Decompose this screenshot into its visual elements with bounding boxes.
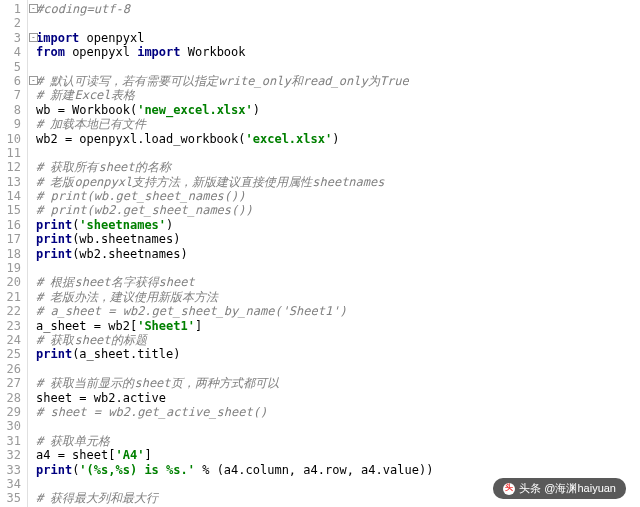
- token-id: sheet = wb2.active: [36, 391, 166, 405]
- code-line[interactable]: print(a_sheet.title): [36, 347, 640, 361]
- fold-toggle-icon[interactable]: -: [29, 33, 38, 42]
- line-number: 21: [4, 290, 21, 304]
- code-line[interactable]: a_sheet = wb2['Sheet1']: [36, 319, 640, 333]
- token-cm: # 获取当前显示的sheet页，两种方式都可以: [36, 376, 279, 390]
- token-cm: # print(wb2.get_sheet_names()): [36, 203, 253, 217]
- code-line[interactable]: [36, 261, 640, 275]
- token-cm: # 获取sheet的标题: [36, 333, 147, 347]
- line-number: 29: [4, 405, 21, 419]
- token-str: '(%s,%s) is %s.': [79, 463, 195, 477]
- code-line[interactable]: # 加载本地已有文件: [36, 117, 640, 131]
- token-id: (wb2.sheetnames): [72, 247, 188, 261]
- token-id: ]: [144, 448, 151, 462]
- token-kw: print: [36, 232, 72, 246]
- token-kw: import: [137, 45, 180, 59]
- line-number: 8: [4, 103, 21, 117]
- line-number: 3: [4, 31, 21, 45]
- code-area[interactable]: -#coding=utf-8-import openpyxlfrom openp…: [28, 0, 640, 507]
- line-number-gutter: 1234567891011121314151617181920212223242…: [0, 0, 28, 507]
- line-number: 14: [4, 189, 21, 203]
- watermark-badge: 头条 @海渊haiyuan: [493, 478, 626, 499]
- code-editor: 1234567891011121314151617181920212223242…: [0, 0, 640, 507]
- code-line[interactable]: wb2 = openpyxl.load_workbook('excel.xlsx…: [36, 132, 640, 146]
- token-cm: # 根据sheet名字获得sheet: [36, 275, 195, 289]
- token-kw: print: [36, 347, 72, 361]
- code-line[interactable]: [36, 16, 640, 30]
- line-number: 30: [4, 419, 21, 433]
- line-number: 12: [4, 160, 21, 174]
- code-line[interactable]: print('(%s,%s) is %s.' % (a4.column, a4.…: [36, 463, 640, 477]
- token-id: ): [332, 132, 339, 146]
- line-number: 27: [4, 376, 21, 390]
- token-str: 'excel.xlsx': [246, 132, 333, 146]
- code-line[interactable]: -# 默认可读写，若有需要可以指定write_only和read_only为Tr…: [36, 74, 640, 88]
- token-cm: # print(wb.get_sheet_names()): [36, 189, 246, 203]
- token-cm: # 获取单元格: [36, 434, 110, 448]
- line-number: 9: [4, 117, 21, 131]
- token-str: 'sheetnames': [79, 218, 166, 232]
- code-line[interactable]: sheet = wb2.active: [36, 391, 640, 405]
- code-line[interactable]: # print(wb2.get_sheet_names()): [36, 203, 640, 217]
- line-number: 33: [4, 463, 21, 477]
- code-line[interactable]: from openpyxl import Workbook: [36, 45, 640, 59]
- code-line[interactable]: print('sheetnames'): [36, 218, 640, 232]
- token-cm: # a_sheet = wb2.get_sheet_by_name('Sheet…: [36, 304, 347, 318]
- line-number: 2: [4, 16, 21, 30]
- code-line[interactable]: print(wb2.sheetnames): [36, 247, 640, 261]
- token-cm: # 老版办法，建议使用新版本方法: [36, 290, 218, 304]
- code-line[interactable]: -import openpyxl: [36, 31, 640, 45]
- line-number: 23: [4, 319, 21, 333]
- code-line[interactable]: -#coding=utf-8: [36, 2, 640, 16]
- fold-toggle-icon[interactable]: -: [29, 4, 38, 13]
- code-line[interactable]: # 老版办法，建议使用新版本方法: [36, 290, 640, 304]
- token-kw: from: [36, 45, 65, 59]
- line-number: 26: [4, 362, 21, 376]
- line-number: 18: [4, 247, 21, 261]
- token-cm: # 默认可读写，若有需要可以指定write_only和read_only为Tru…: [36, 74, 409, 88]
- watermark-text: 头条 @海渊haiyuan: [519, 481, 616, 496]
- token-cm: # 加载本地已有文件: [36, 117, 146, 131]
- toutiao-icon: [503, 483, 515, 495]
- token-cm: # 老版openpyxl支持方法，新版建议直接使用属性sheetnames: [36, 175, 385, 189]
- token-id: (a_sheet.title): [72, 347, 180, 361]
- line-number: 13: [4, 175, 21, 189]
- token-id: a4 = sheet[: [36, 448, 115, 462]
- line-number: 11: [4, 146, 21, 160]
- code-line[interactable]: # a_sheet = wb2.get_sheet_by_name('Sheet…: [36, 304, 640, 318]
- line-number: 34: [4, 477, 21, 491]
- token-id: wb = Workbook(: [36, 103, 137, 117]
- token-id: (wb.sheetnames): [72, 232, 180, 246]
- token-id: ): [166, 218, 173, 232]
- code-line[interactable]: # 获取当前显示的sheet页，两种方式都可以: [36, 376, 640, 390]
- code-line[interactable]: # 获取单元格: [36, 434, 640, 448]
- token-cm: # 获得最大列和最大行: [36, 491, 158, 505]
- token-str: 'Sheet1': [137, 319, 195, 333]
- code-line[interactable]: [36, 146, 640, 160]
- line-number: 17: [4, 232, 21, 246]
- code-line[interactable]: [36, 419, 640, 433]
- code-line[interactable]: # 根据sheet名字获得sheet: [36, 275, 640, 289]
- line-number: 10: [4, 132, 21, 146]
- code-line[interactable]: [36, 60, 640, 74]
- code-line[interactable]: # sheet = wb2.get_active_sheet(): [36, 405, 640, 419]
- token-id: ): [253, 103, 260, 117]
- code-line[interactable]: print(wb.sheetnames): [36, 232, 640, 246]
- code-line[interactable]: # 新建Excel表格: [36, 88, 640, 102]
- token-cm: # 新建Excel表格: [36, 88, 135, 102]
- token-kw: print: [36, 463, 72, 477]
- code-line[interactable]: wb = Workbook('new_excel.xlsx'): [36, 103, 640, 117]
- token-id: a_sheet = wb2[: [36, 319, 137, 333]
- code-line[interactable]: # 获取sheet的标题: [36, 333, 640, 347]
- token-id: openpyxl: [65, 45, 137, 59]
- fold-toggle-icon[interactable]: -: [29, 76, 38, 85]
- code-line[interactable]: # print(wb.get_sheet_names()): [36, 189, 640, 203]
- line-number: 16: [4, 218, 21, 232]
- code-line[interactable]: # 获取所有sheet的名称: [36, 160, 640, 174]
- line-number: 22: [4, 304, 21, 318]
- code-line[interactable]: # 老版openpyxl支持方法，新版建议直接使用属性sheetnames: [36, 175, 640, 189]
- line-number: 25: [4, 347, 21, 361]
- token-id: wb2 = openpyxl.load_workbook(: [36, 132, 246, 146]
- code-line[interactable]: a4 = sheet['A4']: [36, 448, 640, 462]
- line-number: 31: [4, 434, 21, 448]
- code-line[interactable]: [36, 362, 640, 376]
